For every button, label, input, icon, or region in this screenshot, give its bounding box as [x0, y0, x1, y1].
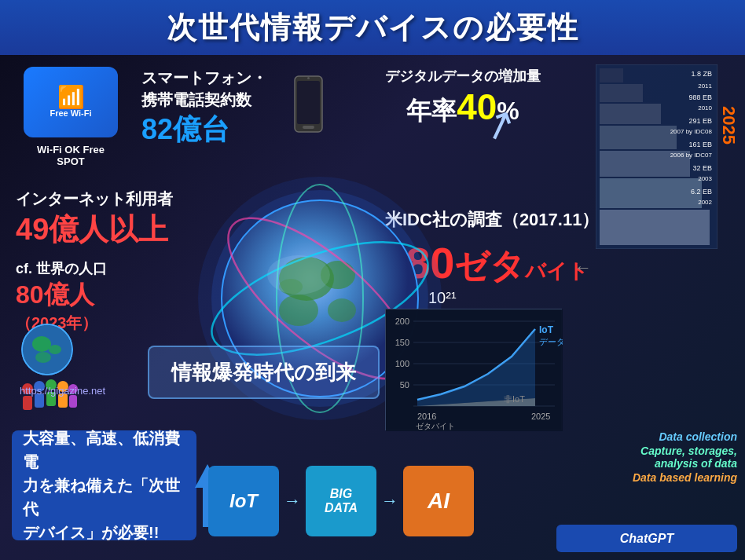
- svg-text:IoT: IoT: [539, 324, 554, 335]
- svg-rect-6: [600, 178, 702, 208]
- svg-text:32 EB: 32 EB: [692, 164, 712, 172]
- wifi-icon: 📶: [57, 86, 85, 108]
- page-title: 次世代情報デバイスの必要性: [167, 8, 579, 48]
- phone-icon: [291, 75, 326, 134]
- arrow-bigdata-ai: →: [381, 491, 398, 511]
- year-2025: 2025: [718, 106, 739, 145]
- svg-text:2002: 2002: [698, 199, 712, 206]
- bigdata-box: BIG DATA: [306, 466, 376, 536]
- svg-rect-11: [600, 68, 623, 82]
- svg-rect-8: [600, 126, 677, 149]
- svg-point-27: [35, 352, 51, 363]
- svg-point-45: [328, 298, 356, 322]
- growth-rate: 年率40%: [385, 86, 541, 129]
- svg-text:291 EB: 291 EB: [688, 117, 712, 125]
- wifi-ok-text: Wi-Fi OK Free SPOT: [24, 144, 118, 167]
- digital-data-title: デジタルデータの増加量: [385, 67, 541, 86]
- chatgpt-box: ChatGPT: [556, 525, 737, 552]
- internet-users-title: インターネット利用者: [16, 188, 173, 210]
- data-capture-label: Capture, storages, analysis of data: [633, 445, 737, 470]
- svg-text:988 EB: 988 EB: [688, 93, 712, 101]
- arrow-left-icon: ←: [574, 258, 592, 278]
- svg-text:非IoT: 非IoT: [504, 394, 525, 404]
- world-pop-number: 80億人: [16, 278, 107, 313]
- world-pop-title: cf. 世界の人口: [16, 259, 107, 278]
- wifi-label: Free Wi-Fi: [50, 108, 91, 118]
- zeta-unit: ゼタ: [454, 247, 525, 285]
- svg-text:50: 50: [400, 380, 409, 390]
- iot-chart: 200 150 100 50 2016 2025 ゼタバイト IoT データ 非…: [385, 309, 562, 430]
- people-icon: [20, 377, 79, 420]
- tech-boxes: IoT → BIG DATA → AI: [208, 466, 474, 536]
- svg-rect-5: [600, 210, 710, 245]
- svg-text:1.8 ZB: 1.8 ZB: [691, 70, 712, 78]
- svg-point-43: [279, 295, 318, 326]
- svg-rect-2: [303, 126, 314, 129]
- data-learning-label: Data based learning: [633, 471, 737, 484]
- svg-text:100: 100: [395, 359, 409, 368]
- svg-text:2016: 2016: [417, 412, 436, 421]
- internet-users-section: インターネット利用者 49億人以上: [16, 188, 173, 250]
- smartphone-section: スマートフォン・ 携帯電話契約数 82億台: [141, 67, 267, 149]
- svg-text:200: 200: [395, 317, 409, 326]
- svg-text:150: 150: [395, 338, 409, 347]
- svg-rect-30: [23, 396, 32, 410]
- smartphone-number: 82億台: [141, 111, 267, 149]
- svg-rect-1: [297, 81, 320, 124]
- arrow-iot-bigdata: →: [284, 491, 301, 511]
- svg-rect-38: [69, 395, 77, 408]
- svg-text:データ: データ: [539, 337, 563, 346]
- url-text: https://gigazine.net: [20, 385, 105, 397]
- svg-text:2025: 2025: [531, 412, 550, 421]
- svg-text:2010: 2010: [698, 104, 712, 112]
- smartphone-title: スマートフォン・ 携帯電話契約数: [141, 67, 267, 111]
- blue-box-text: 大容量、高速、低消費電 力を兼ね備えた「次世代 デバイス」が必要!!: [23, 426, 185, 544]
- chatgpt-text: ChatGPT: [620, 532, 673, 546]
- svg-text:161 EB: 161 EB: [688, 141, 712, 148]
- ai-box: AI: [403, 466, 474, 536]
- joho-text: 情報爆発時代の到来: [171, 359, 356, 386]
- svg-text:6.2 EB: 6.2 EB: [691, 188, 712, 196]
- iot-chart-svg: 200 150 100 50 2016 2025 ゼタバイト IoT データ 非…: [386, 309, 563, 431]
- blue-box: 大容量、高速、低消費電 力を兼ね備えた「次世代 デバイス」が必要!!: [12, 430, 196, 540]
- bar-chart: 1.8 ZB 2011 988 EB 2010 291 EB 2007 by I…: [596, 64, 717, 249]
- svg-text:2003: 2003: [698, 175, 712, 182]
- svg-text:2006 by IDC07: 2006 by IDC07: [670, 152, 713, 159]
- internet-users-number: 49億人以上: [16, 210, 173, 250]
- svg-point-26: [49, 345, 61, 354]
- iot-box: IoT: [208, 466, 279, 536]
- svg-text:2007 by IDC08: 2007 by IDC08: [670, 128, 713, 135]
- svg-point-50: [267, 255, 330, 295]
- wifi-box: 📶 Free Wi-Fi: [24, 67, 118, 137]
- svg-rect-10: [600, 84, 643, 102]
- data-collection-label: Data collection: [633, 430, 737, 443]
- data-labels: Data collection Capture, storages, analy…: [633, 430, 737, 484]
- svg-rect-9: [600, 104, 661, 124]
- svg-text:2011: 2011: [698, 82, 712, 90]
- digital-data-section: デジタルデータの増加量 年率40%: [385, 67, 541, 129]
- svg-point-3: [307, 77, 310, 79]
- svg-point-25: [32, 336, 51, 352]
- svg-text:ゼタバイト: ゼタバイト: [416, 422, 455, 430]
- title-bar: 次世代情報デバイスの必要性: [0, 0, 745, 55]
- joho-box: 情報爆発時代の到来: [148, 346, 380, 399]
- earth-icon: [20, 322, 75, 377]
